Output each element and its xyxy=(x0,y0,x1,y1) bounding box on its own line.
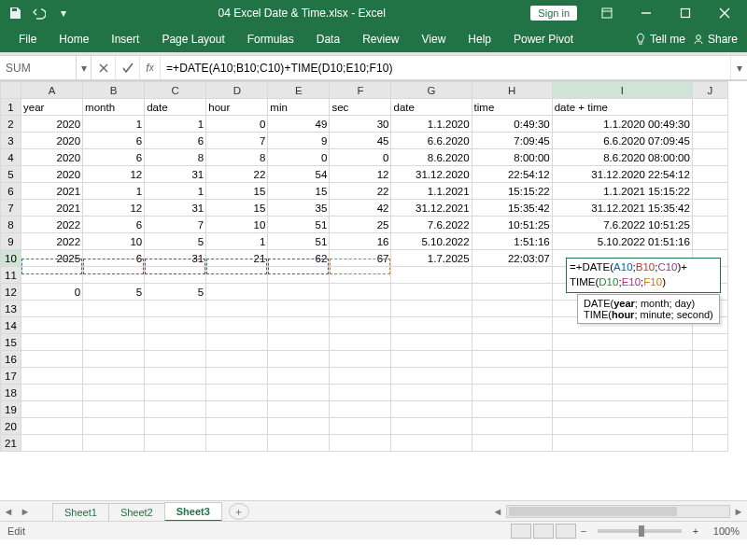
cell[interactable] xyxy=(268,334,330,351)
cell[interactable] xyxy=(83,435,145,452)
cell[interactable] xyxy=(21,351,83,368)
cell[interactable] xyxy=(21,368,83,385)
cell[interactable]: 2022 xyxy=(21,217,83,233)
tab-view[interactable]: View xyxy=(411,26,458,52)
cell[interactable] xyxy=(552,435,692,452)
cell[interactable] xyxy=(552,385,692,401)
cell[interactable] xyxy=(83,301,145,317)
cell[interactable]: 2020 xyxy=(21,166,83,183)
tab-pagelayout[interactable]: Page Layout xyxy=(150,26,235,52)
fx-icon[interactable]: fx xyxy=(140,56,161,79)
cell[interactable] xyxy=(206,368,268,385)
cell[interactable]: year xyxy=(21,99,83,116)
share[interactable]: Share xyxy=(693,33,738,46)
cell[interactable]: 8:00:00 xyxy=(472,149,552,166)
cell[interactable] xyxy=(330,334,391,351)
cell[interactable] xyxy=(268,401,330,418)
cell[interactable]: 12 xyxy=(83,166,145,183)
cell[interactable]: 31 xyxy=(145,166,206,183)
rowhdr[interactable]: 8 xyxy=(1,217,21,233)
cell[interactable] xyxy=(268,418,330,435)
tab-file[interactable]: File xyxy=(7,26,48,52)
save-icon[interactable] xyxy=(6,4,24,22)
cell[interactable] xyxy=(330,401,391,418)
cell[interactable] xyxy=(552,351,692,368)
cell[interactable] xyxy=(145,334,206,351)
cell[interactable]: 7.6.2022 xyxy=(391,217,472,233)
cell[interactable]: 1 xyxy=(83,183,145,200)
cell[interactable] xyxy=(552,401,692,418)
colhdr-F[interactable]: F xyxy=(330,82,391,99)
cell[interactable] xyxy=(268,317,330,334)
zoom-level[interactable]: 100% xyxy=(702,525,740,537)
cell[interactable] xyxy=(268,435,330,452)
cell[interactable] xyxy=(268,301,330,317)
qat-dropdown-icon[interactable]: ▾ xyxy=(54,4,73,22)
colhdr-C[interactable]: C xyxy=(145,82,206,99)
cell[interactable] xyxy=(391,418,472,435)
cell[interactable] xyxy=(145,351,206,368)
cell[interactable] xyxy=(206,301,268,317)
cell[interactable] xyxy=(83,401,145,418)
cell[interactable] xyxy=(330,284,391,301)
cell[interactable] xyxy=(206,334,268,351)
cell[interactable]: 51 xyxy=(268,217,330,233)
cell[interactable]: date xyxy=(391,99,472,116)
cell[interactable] xyxy=(472,284,552,301)
tab-review[interactable]: Review xyxy=(351,26,410,52)
cell[interactable]: 8.6.2020 xyxy=(391,149,472,166)
cell[interactable]: 15:35:42 xyxy=(472,200,552,217)
cell[interactable] xyxy=(391,301,472,317)
rowhdr[interactable]: 21 xyxy=(1,435,21,452)
close-button[interactable] xyxy=(706,0,743,26)
cell[interactable]: 7:09:45 xyxy=(472,133,552,149)
cell[interactable]: 15 xyxy=(206,200,268,217)
rowhdr[interactable]: 5 xyxy=(1,166,21,183)
cell[interactable]: 5 xyxy=(145,284,206,301)
cell[interactable]: 0 xyxy=(268,149,330,166)
cell[interactable] xyxy=(206,435,268,452)
zoom-out-button[interactable]: − xyxy=(577,525,590,537)
cell[interactable] xyxy=(391,351,472,368)
cell[interactable]: 6 xyxy=(83,149,145,166)
cell[interactable]: 1.7.2025 xyxy=(391,250,472,267)
cell[interactable]: 8 xyxy=(206,149,268,166)
minimize-button[interactable] xyxy=(627,0,665,26)
colhdr-E[interactable]: E xyxy=(268,82,330,99)
cell[interactable] xyxy=(21,418,83,435)
rowhdr[interactable]: 1 xyxy=(1,99,21,116)
cell[interactable] xyxy=(83,351,145,368)
tell-me[interactable]: Tell me xyxy=(635,33,685,46)
cell[interactable] xyxy=(552,334,692,351)
colhdr-J[interactable]: J xyxy=(692,82,727,99)
cell[interactable]: 15 xyxy=(268,183,330,200)
cell[interactable]: 9 xyxy=(268,133,330,149)
cell[interactable]: 31.12.2020 xyxy=(391,166,472,183)
cell[interactable]: 2020 xyxy=(21,149,83,166)
cell[interactable]: 2022 xyxy=(21,233,83,250)
cell[interactable] xyxy=(391,267,472,284)
colhdr-B[interactable]: B xyxy=(83,82,145,99)
cell[interactable]: min xyxy=(268,99,330,116)
new-sheet-button[interactable]: ＋ xyxy=(229,503,249,520)
cell[interactable]: 15:15:22 xyxy=(472,183,552,200)
cell[interactable]: 5 xyxy=(145,233,206,250)
rowhdr[interactable]: 19 xyxy=(1,401,21,418)
cell[interactable]: 1:51:16 xyxy=(472,233,552,250)
cell[interactable]: 1 xyxy=(145,116,206,133)
cell[interactable] xyxy=(206,418,268,435)
cell[interactable] xyxy=(391,435,472,452)
cell[interactable] xyxy=(472,385,552,401)
sheet-nav-next[interactable]: ► xyxy=(17,506,34,517)
cell[interactable]: 6.6.2020 07:09:45 xyxy=(552,133,692,149)
ribbon-options-icon[interactable] xyxy=(588,0,626,26)
cell[interactable]: month xyxy=(83,99,145,116)
cell[interactable] xyxy=(472,317,552,334)
tab-insert[interactable]: Insert xyxy=(100,26,150,52)
cell[interactable]: date + time xyxy=(552,99,692,116)
rowhdr[interactable]: 6 xyxy=(1,183,21,200)
hscroll-right[interactable]: ► xyxy=(730,506,747,517)
column-headers[interactable]: A B C D E F G H I J xyxy=(1,82,728,99)
view-normal-button[interactable] xyxy=(511,524,531,539)
cell[interactable]: 22:54:12 xyxy=(472,166,552,183)
